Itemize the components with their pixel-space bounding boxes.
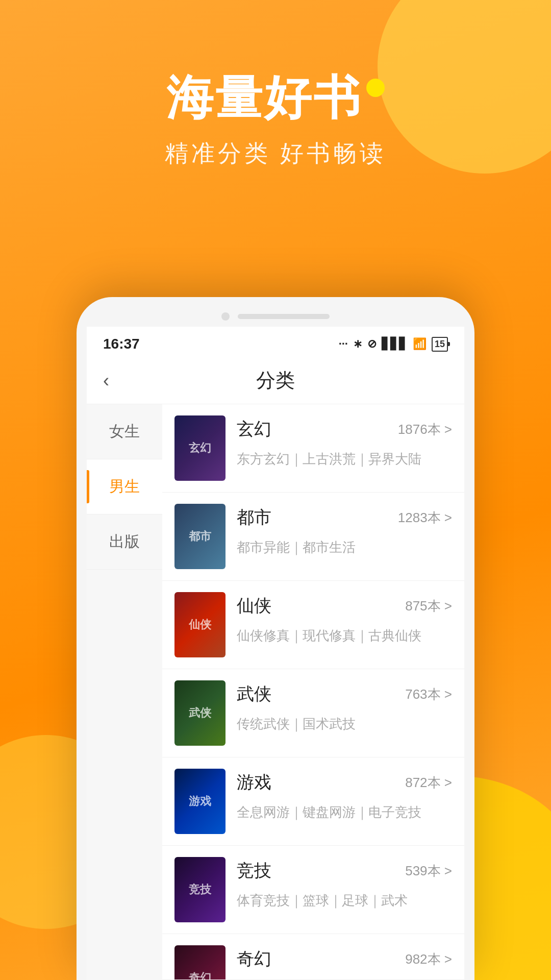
- cover-inner-xianxia: 仙侠: [174, 592, 226, 657]
- category-info-qihuan: 奇幻 982本 >: [237, 945, 452, 971]
- category-tags-xuanhuan: 东方玄幻｜上古洪荒｜异界大陆: [237, 449, 452, 469]
- signal-icon: ▋▋▋: [382, 337, 408, 351]
- category-name-dushi: 都市: [237, 506, 271, 529]
- dots-icon: ···: [339, 337, 348, 351]
- category-name-wuxia: 武侠: [237, 682, 271, 706]
- phone-notch-bar: [238, 314, 330, 319]
- status-time: 16:37: [103, 336, 140, 352]
- category-row-youxi[interactable]: 游戏 游戏 872本 > 全息网游｜键盘网游｜电子竞技: [162, 757, 464, 846]
- book-cover-jingji: 竞技: [174, 857, 226, 922]
- cover-inner-youxi: 游戏: [174, 769, 226, 834]
- cover-inner-wuxia: 武侠: [174, 680, 226, 746]
- category-name-xuanhuan: 玄幻: [237, 418, 271, 441]
- sidebar-label-publish: 出版: [109, 531, 140, 552]
- category-list: 玄幻 玄幻 1876本 > 东方玄幻｜上古洪荒｜异界大陆: [162, 404, 464, 980]
- book-cover-youxi: 游戏: [174, 769, 226, 834]
- category-count-xuanhuan: 1876本 >: [398, 421, 452, 438]
- cover-inner-xuanhuan: 玄幻: [174, 415, 226, 481]
- header-title: 海量好书: [0, 66, 551, 130]
- category-count-xianxia: 875本 >: [405, 597, 452, 615]
- back-button[interactable]: ‹: [103, 370, 109, 391]
- header-section: 海量好书 精准分类 好书畅读: [0, 0, 551, 169]
- sidebar-item-male[interactable]: 男生: [87, 459, 162, 514]
- category-count-dushi: 1283本 >: [398, 509, 452, 527]
- header-title-text: 海量好书: [166, 66, 362, 130]
- category-row-qihuan[interactable]: 奇幻 奇幻 982本 >: [162, 934, 464, 980]
- category-count-jingji: 539本 >: [405, 862, 452, 880]
- category-count-wuxia: 763本 >: [405, 685, 452, 703]
- category-info-dushi: 都市 1283本 > 都市异能｜都市生活: [237, 504, 452, 557]
- category-name-xianxia: 仙侠: [237, 594, 271, 618]
- sidebar-label-female: 女生: [109, 421, 140, 442]
- category-name-row-jingji: 竞技 539本 >: [237, 859, 452, 883]
- category-layout: 女生 男生 出版 玄幻: [87, 404, 464, 980]
- sidebar-item-female[interactable]: 女生: [87, 404, 162, 459]
- category-tags-youxi: 全息网游｜键盘网游｜电子竞技: [237, 802, 452, 822]
- category-count-qihuan: 982本 >: [405, 950, 452, 968]
- book-cover-xuanhuan: 玄幻: [174, 415, 226, 481]
- category-info-youxi: 游戏 872本 > 全息网游｜键盘网游｜电子竞技: [237, 769, 452, 822]
- category-tags-xianxia: 仙侠修真｜现代修真｜古典仙侠: [237, 626, 452, 646]
- category-row-wuxia[interactable]: 武侠 武侠 763本 > 传统武侠｜国术武技: [162, 669, 464, 757]
- category-name-row-dushi: 都市 1283本 >: [237, 506, 452, 529]
- book-cover-qihuan: 奇幻: [174, 945, 226, 980]
- nfc-icon: ⊘: [367, 337, 377, 351]
- sidebar-label-male: 男生: [109, 476, 140, 497]
- category-row-jingji[interactable]: 竞技 竞技 539本 > 体育竞技｜篮球｜足球｜武术: [162, 846, 464, 934]
- category-info-jingji: 竞技 539本 > 体育竞技｜篮球｜足球｜武术: [237, 857, 452, 911]
- category-info-xianxia: 仙侠 875本 > 仙侠修真｜现代修真｜古典仙侠: [237, 592, 452, 646]
- category-tags-jingji: 体育竞技｜篮球｜足球｜武术: [237, 891, 452, 911]
- category-name-row-xianxia: 仙侠 875本 >: [237, 594, 452, 618]
- category-count-youxi: 872本 >: [405, 774, 452, 792]
- cover-inner-jingji: 竞技: [174, 857, 226, 922]
- bluetooth-icon: ∗: [353, 337, 362, 351]
- sidebar-item-publish[interactable]: 出版: [87, 514, 162, 570]
- book-cover-wuxia: 武侠: [174, 680, 226, 746]
- category-info-wuxia: 武侠 763本 > 传统武侠｜国术武技: [237, 680, 452, 734]
- app-content: 16:37 ··· ∗ ⊘ ▋▋▋ 📶 15 ‹ 分类: [87, 327, 464, 980]
- header-subtitle: 精准分类 好书畅读: [0, 138, 551, 169]
- nav-bar: ‹ 分类: [87, 357, 464, 404]
- header-title-dot: [366, 79, 385, 97]
- wifi-icon: 📶: [413, 337, 427, 351]
- battery-level: 15: [435, 339, 445, 350]
- category-name-row-wuxia: 武侠 763本 >: [237, 682, 452, 706]
- category-name-row-qihuan: 奇幻 982本 >: [237, 947, 452, 971]
- category-name-qihuan: 奇幻: [237, 947, 271, 971]
- category-info-xuanhuan: 玄幻 1876本 > 东方玄幻｜上古洪荒｜异界大陆: [237, 415, 452, 469]
- book-cover-dushi: 都市: [174, 504, 226, 569]
- category-name-row-youxi: 游戏 872本 >: [237, 771, 452, 794]
- phone-notch-dot: [221, 312, 230, 321]
- category-tags-wuxia: 传统武侠｜国术武技: [237, 714, 452, 734]
- cover-inner-qihuan: 奇幻: [174, 945, 226, 980]
- category-tags-dushi: 都市异能｜都市生活: [237, 537, 452, 557]
- phone-mockup: 16:37 ··· ∗ ⊘ ▋▋▋ 📶 15 ‹ 分类: [77, 297, 474, 980]
- phone-notch: [87, 312, 464, 327]
- category-name-jingji: 竞技: [237, 859, 271, 883]
- page-title: 分类: [256, 368, 295, 394]
- sidebar: 女生 男生 出版: [87, 404, 162, 980]
- book-cover-xianxia: 仙侠: [174, 592, 226, 657]
- status-icons: ··· ∗ ⊘ ▋▋▋ 📶 15: [339, 337, 448, 352]
- status-bar: 16:37 ··· ∗ ⊘ ▋▋▋ 📶 15: [87, 327, 464, 357]
- category-name-row-xuanhuan: 玄幻 1876本 >: [237, 418, 452, 441]
- category-row-dushi[interactable]: 都市 都市 1283本 > 都市异能｜都市生活: [162, 493, 464, 581]
- category-row-xianxia[interactable]: 仙侠 仙侠 875本 > 仙侠修真｜现代修真｜古典仙侠: [162, 581, 464, 669]
- category-row-xuanhuan[interactable]: 玄幻 玄幻 1876本 > 东方玄幻｜上古洪荒｜异界大陆: [162, 404, 464, 493]
- category-name-youxi: 游戏: [237, 771, 271, 794]
- phone-outer: 16:37 ··· ∗ ⊘ ▋▋▋ 📶 15 ‹ 分类: [77, 297, 474, 980]
- cover-inner-dushi: 都市: [174, 504, 226, 569]
- battery-icon: 15: [432, 337, 448, 352]
